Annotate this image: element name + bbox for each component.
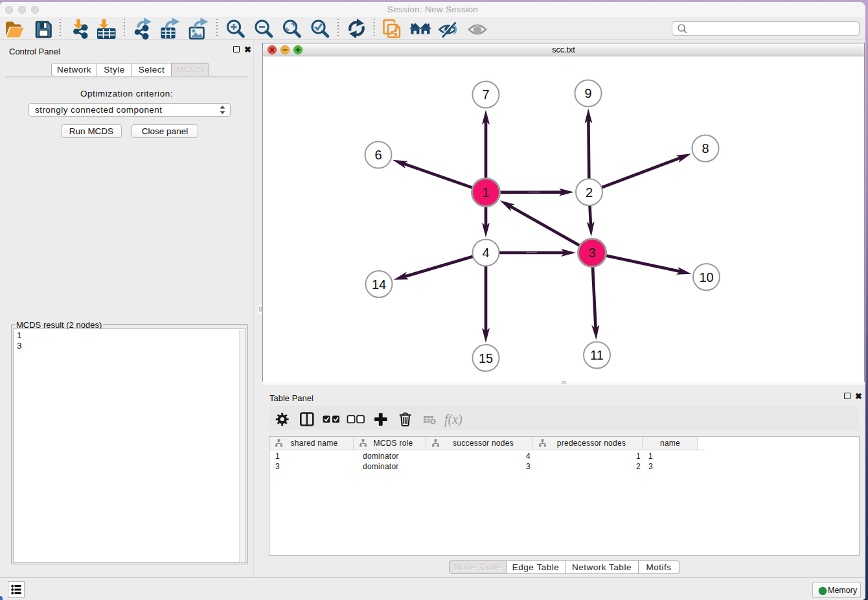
svg-text:6: 6 <box>374 148 382 162</box>
svg-text:8: 8 <box>702 141 709 156</box>
svg-text:4: 4 <box>482 246 489 260</box>
svg-text:10: 10 <box>699 270 713 284</box>
svg-text:7: 7 <box>482 87 489 102</box>
svg-text:f(x): f(x) <box>444 412 463 427</box>
svg-text:15: 15 <box>479 351 493 365</box>
svg-text:11: 11 <box>590 348 604 362</box>
svg-text:14: 14 <box>372 277 386 292</box>
svg-text:1: 1 <box>482 185 489 200</box>
svg-text:2: 2 <box>586 185 593 200</box>
svg-text:9: 9 <box>584 86 591 100</box>
svg-text:3: 3 <box>588 246 595 260</box>
